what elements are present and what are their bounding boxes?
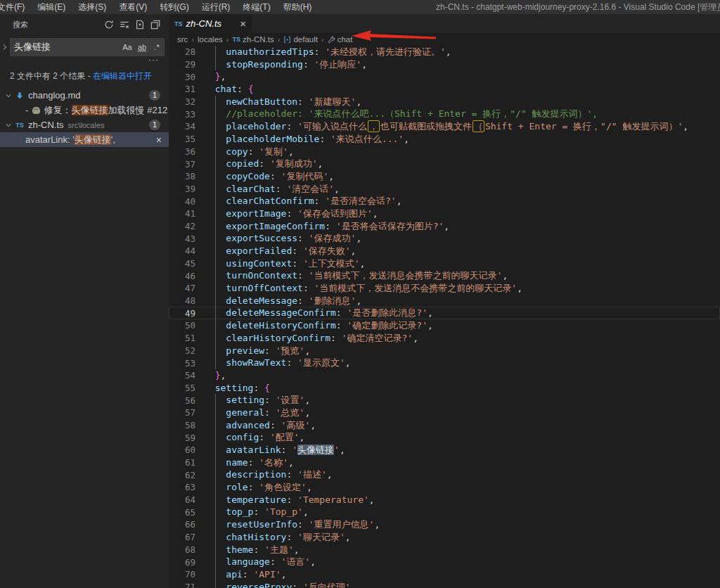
breadcrumb-item-chat[interactable]: chat (328, 35, 353, 44)
chevron-down-icon[interactable] (3, 122, 14, 129)
match-case-toggle[interactable]: Aa (120, 40, 134, 54)
search-result-match-row[interactable]: avatarLink: '头像链接',× (0, 132, 169, 147)
code-editor[interactable]: 28 unauthorizedTips: '未经授权，请先进行验证。',29 s… (169, 46, 720, 588)
tab-close-icon[interactable]: × (240, 19, 246, 29)
code-line[interactable]: 48 deleteMessage: '删除消息', (169, 295, 720, 307)
code-line[interactable]: 52 preview: '预览', (169, 345, 720, 357)
search-result-file-row[interactable]: TSzh-CN.tssrc\locales1 (0, 117, 169, 132)
breadcrumb-item-default[interactable]: default (283, 35, 318, 44)
code-token: : (259, 158, 270, 169)
code-line[interactable]: 49 deleteMessageConfirm: '是否删除此消息?', (169, 307, 720, 319)
code-line[interactable]: 37 copied: '复制成功', (169, 158, 720, 170)
line-number: 55 (169, 383, 195, 393)
code-line[interactable]: 42 exportImageConfirm: '是否将会话保存为图片?', (169, 220, 720, 233)
new-search-editor-icon[interactable] (132, 17, 148, 32)
code-line[interactable]: 60 avatarLink: '头像链接', (169, 444, 720, 456)
code-line-text: advanced: '高级', (204, 419, 316, 432)
breadcrumb-item-zh-CN.ts[interactable]: TSzh-CN.ts (233, 35, 274, 44)
open-in-editor-link[interactable]: 在编辑器中打开 (93, 71, 152, 81)
indent-guide (215, 58, 216, 71)
code-line[interactable]: 41 exportImage: '保存会话到图片', (169, 207, 720, 220)
search-input-box[interactable]: 头像链接 Aa ab .* (10, 38, 165, 56)
code-line[interactable]: 57 general: '总览', (169, 407, 720, 419)
code-token: : (303, 59, 314, 70)
code-token: : (297, 270, 309, 281)
refresh-icon[interactable] (101, 17, 117, 32)
code-line[interactable]: 66 resetUserInfo: '重置用户信息', (169, 518, 720, 531)
code-token: 'API' (253, 569, 281, 580)
code-line[interactable]: 50 deleteHistoryConfirm: '确定删除此记录?', (169, 319, 720, 332)
dismiss-match-icon[interactable]: × (156, 135, 162, 145)
code-line[interactable]: 36 copy: '复制', (169, 146, 720, 158)
code-line[interactable]: 34 placeholder: '可输入说点什么，也可贴截图或拖拽文件（Shif… (169, 120, 720, 133)
code-line[interactable]: 38 copyCode: '复制代码', (169, 170, 720, 183)
code-line[interactable]: 45 usingContext: '上下文模式', (169, 257, 720, 270)
menu-item-4[interactable]: 转到(G) (153, 0, 195, 14)
menu-item-7[interactable]: 帮助(H) (277, 0, 319, 14)
code-line[interactable]: 69 language: '语言', (169, 556, 720, 568)
code-token: setting (204, 395, 264, 405)
code-line[interactable]: 31 chat: { (169, 83, 720, 96)
code-line[interactable]: 63 role: '角色设定', (169, 481, 720, 494)
code-line[interactable]: 58 advanced: '高级', (169, 419, 720, 432)
search-input[interactable]: 头像链接 (14, 41, 120, 53)
toggle-search-details-icon[interactable]: ··· (148, 56, 159, 66)
open-in-editor-icon[interactable] (148, 17, 163, 32)
chevron-down-icon[interactable] (3, 92, 14, 99)
tab-zh-cn-ts[interactable]: TS zh-CN.ts × (169, 14, 252, 33)
code-line[interactable]: 29 stopResponding: '停止响应', (169, 58, 720, 71)
code-line[interactable]: 67 chatHistory: '聊天记录', (169, 531, 720, 544)
breadcrumb-item-locales[interactable]: locales (198, 35, 223, 44)
code-line[interactable]: 55 setting: { (169, 382, 720, 395)
code-line[interactable]: 62 description: '描述', (169, 468, 720, 481)
code-token: '保存成功' (309, 233, 356, 243)
code-line[interactable]: 30 }, (169, 70, 720, 83)
code-line-text: copy: '复制', (204, 146, 294, 158)
code-token: '高级' (281, 420, 311, 430)
line-number: 69 (169, 557, 195, 568)
menu-item-6[interactable]: 终端(T) (236, 0, 276, 14)
indent-guide (215, 419, 216, 432)
menu-item-0[interactable]: 文件(F) (0, 0, 31, 14)
code-line[interactable]: 71 reverseProxy: '反向代理', (169, 581, 720, 588)
line-number: 37 (169, 159, 195, 170)
code-line[interactable]: 44 exportFailed: '保存失败', (169, 245, 720, 257)
code-line[interactable]: 64 temperature: 'Temperature', (169, 494, 720, 506)
code-line[interactable]: 61 name: '名称', (169, 456, 720, 469)
code-token: , (356, 295, 361, 306)
menu-item-2[interactable]: 选择(S) (72, 0, 112, 14)
toggle-replace-chevron-icon[interactable] (0, 44, 10, 51)
code-line[interactable]: 70 api: 'API', (169, 568, 720, 581)
code-line[interactable]: 53 showRawText: '显示原文', (169, 357, 720, 369)
code-line[interactable]: 56 setting: '设置', (169, 394, 720, 407)
code-line[interactable]: 51 clearHistoryConfirm: '确定清空记录?', (169, 332, 720, 345)
menu-item-1[interactable]: 编辑(E) (31, 0, 72, 14)
code-line[interactable]: 65 top_p: 'Top_p', (169, 506, 720, 518)
code-line[interactable]: 43 exportSuccess: '保存成功', (169, 232, 720, 245)
indent-guide (215, 183, 216, 196)
code-line[interactable]: 47 turnOffContext: '当前模式下，发送消息不会携带之前的聊天记… (169, 282, 720, 295)
code-token: exportImage (204, 208, 286, 219)
search-result-file-row[interactable]: changlog.md1 (0, 88, 169, 103)
search-result-match-row[interactable]: - 修复：头像链接加载很慢 #212 (0, 103, 169, 117)
menu-item-5[interactable]: 运行(R) (195, 0, 237, 14)
code-token: , (356, 233, 361, 243)
code-line[interactable]: 35 placeholderMobile: '来说点什么...', (169, 133, 720, 146)
clear-results-icon[interactable] (117, 17, 132, 32)
code-line[interactable]: 68 theme: '主题', (169, 544, 720, 556)
code-line[interactable]: 40 clearChatConfirm: '是否清空会话?', (169, 195, 720, 207)
code-line[interactable]: 28 unauthorizedTips: '未经授权，请先进行验证。', (169, 46, 720, 58)
code-line[interactable]: 46 turnOnContext: '当前模式下，发送消息会携带之前的聊天记录'… (169, 269, 720, 282)
code-line[interactable]: 33 //placeholder: '来说点什么吧...（Shift + Ent… (169, 108, 720, 120)
menu-item-3[interactable]: 查看(V) (112, 0, 153, 14)
code-line[interactable]: 32 newChatButton: '新建聊天', (169, 96, 720, 108)
code-line-text: showRawText: '显示原文', (204, 357, 351, 369)
whole-word-toggle[interactable]: ab (135, 40, 149, 54)
breadcrumb-item-src[interactable]: src (177, 35, 188, 44)
code-line[interactable]: 39 clearChat: '清空会话', (169, 183, 720, 196)
code-token: , (340, 445, 345, 455)
code-line[interactable]: 59 config: '配置', (169, 431, 720, 444)
regex-toggle[interactable]: .* (150, 40, 164, 54)
code-line[interactable]: 54 }, (169, 369, 720, 382)
breadcrumb-separator: › (191, 35, 194, 44)
